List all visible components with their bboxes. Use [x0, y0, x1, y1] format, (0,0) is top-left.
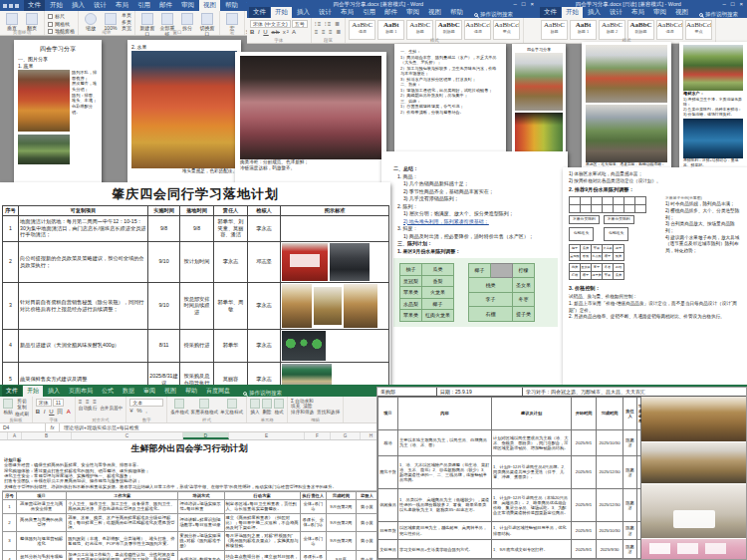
wrap-text-button[interactable]: 自动换行 — [79, 406, 97, 411]
style-item[interactable]: AaBt标题 1 — [377, 20, 404, 40]
format-as-table-button[interactable]: 套用表格格式 — [191, 399, 219, 415]
tab-layout[interactable]: 布局 — [627, 7, 648, 18]
tab-data[interactable]: 数据 — [119, 386, 138, 397]
tab-references[interactable]: 引用 — [133, 0, 154, 11]
copy-button[interactable]: 复制 — [15, 405, 29, 410]
align-buttons[interactable]: ≡ ≡ ≡ ≣ — [315, 28, 343, 35]
style-item[interactable]: AaBbCcD强调 — [464, 20, 491, 40]
tab-layout[interactable]: 布局 — [337, 7, 358, 18]
tab-view-active[interactable]: 视图 — [199, 0, 220, 11]
tab-file[interactable]: 文件 — [249, 7, 270, 18]
tab-home[interactable]: 开始 — [46, 0, 67, 11]
style-item[interactable]: AaBbCcD强调 — [656, 20, 683, 40]
tab-formulas[interactable]: 公式 — [98, 386, 118, 397]
paste-button[interactable]: 粘贴 — [3, 399, 13, 415]
tab-mailings[interactable]: 邮件 — [380, 7, 401, 18]
tab-file[interactable]: 文件 — [24, 0, 45, 11]
column-header[interactable]: F — [305, 432, 331, 439]
conditional-format-button[interactable]: 条件格式 — [170, 399, 188, 415]
font-name-select[interactable]: 宋体 (中文正文) — [250, 20, 291, 28]
name-box[interactable]: D4 — [0, 423, 46, 431]
cell-styles-button[interactable]: 单元格样式 — [220, 399, 243, 415]
tab-review[interactable]: 审阅 — [139, 386, 159, 397]
tab-home-active[interactable]: 开始 — [562, 7, 583, 18]
format-cells-button[interactable]: 格式 — [274, 399, 284, 415]
zoom-100-button[interactable]: 100% — [102, 13, 120, 32]
tab-insert[interactable]: 插入 — [68, 0, 89, 11]
tab-file[interactable]: 文件 — [2, 386, 22, 397]
tab-insert[interactable]: 插入 — [44, 386, 64, 397]
tab-view[interactable]: 视图 — [424, 7, 445, 18]
tab-insert[interactable]: 插入 — [293, 7, 314, 18]
style-item[interactable]: AaBbC标题 — [541, 20, 568, 40]
column-header[interactable]: C — [72, 432, 183, 439]
tab-design[interactable]: 设计 — [606, 7, 626, 18]
cut-button[interactable]: 剪切 — [15, 399, 29, 404]
delete-cells-button[interactable]: 删除 — [262, 399, 272, 415]
tab-design[interactable]: 设计 — [315, 7, 336, 18]
style-item[interactable]: AaBbC标题 2 — [599, 20, 625, 40]
style-item[interactable]: AaBbCcD要点 — [493, 20, 520, 40]
split-button[interactable]: 拆分 — [178, 13, 196, 32]
font-format-buttons[interactable]: B I U ab x² A — [250, 29, 297, 35]
tab-layout[interactable]: 布局 — [112, 0, 132, 11]
tab-review[interactable]: 审阅 — [402, 7, 423, 18]
gridlines-checkbox[interactable]: 网格线 — [48, 21, 70, 29]
tab-page-layout[interactable]: 页面布局 — [65, 386, 97, 397]
font-size-select[interactable]: 11 — [53, 399, 64, 407]
tell-me-search[interactable]: 操作说明搜索 — [474, 11, 513, 18]
tab-home-active[interactable]: 开始 — [271, 7, 292, 18]
font-size-select[interactable]: 五号 — [292, 20, 308, 28]
tab-insert[interactable]: 插入 — [584, 7, 605, 18]
tell-me-search[interactable]: 操作说明搜索 — [243, 390, 282, 397]
insert-cells-button[interactable]: 插入 — [250, 399, 260, 415]
one-page-button[interactable]: 单页 — [122, 13, 131, 19]
tab-mailings[interactable]: 邮件 — [155, 0, 176, 11]
column-header[interactable]: B — [22, 432, 72, 439]
tab-review[interactable]: 审阅 — [177, 0, 198, 11]
tab-view[interactable]: 视图 — [160, 386, 180, 397]
tab-home-active[interactable]: 开始 — [23, 386, 43, 397]
zoom-button[interactable]: 缩放 — [82, 13, 100, 32]
style-item[interactable]: AaBbC副标题 — [627, 20, 654, 40]
style-item[interactable]: AaBbC副标题 — [435, 20, 462, 40]
maximize-icon[interactable]: □ — [731, 1, 735, 7]
tab-review[interactable]: 审阅 — [649, 7, 670, 18]
column-header-selected[interactable]: D — [183, 432, 229, 439]
sort-filter-button[interactable]: 排序和筛选 — [291, 410, 314, 415]
column-header[interactable]: A — [8, 432, 22, 439]
ruler-checkbox[interactable]: 标尺 — [48, 13, 65, 21]
font-format-buttons[interactable]: B I U 田 A — [36, 408, 72, 417]
minimize-icon[interactable]: – — [514, 1, 517, 7]
list-buttons[interactable]: ⁝≡ ⁝≡ ≣ — [315, 20, 341, 27]
quick-access-toolbar[interactable] — [0, 4, 22, 8]
tab-help[interactable]: 帮助 — [446, 7, 467, 18]
tell-me-search[interactable]: 操作说明搜索 — [699, 11, 738, 18]
tab-references[interactable]: 引用 — [359, 7, 379, 18]
style-item[interactable]: AaBbC强调 — [349, 20, 375, 40]
column-header[interactable]: E — [229, 432, 305, 439]
font-name-select[interactable]: 宋体 — [36, 399, 52, 407]
number-buttons[interactable]: ¥ % , — [129, 408, 148, 414]
outline-line-link[interactable]: 2) 地头堆头利用，陈列紧凑衔接基础； — [403, 218, 558, 226]
style-item[interactable]: AaBbC标题 — [406, 20, 433, 40]
undo-icon[interactable] — [9, 4, 13, 8]
tab-baidu-netdisk[interactable]: 百度网盘 — [202, 386, 234, 397]
tab-help[interactable]: 帮助 — [181, 386, 201, 397]
close-icon[interactable]: × — [530, 1, 534, 7]
tab-help[interactable]: 帮助 — [221, 0, 242, 11]
minimize-icon[interactable]: – — [723, 1, 726, 7]
find-select-button[interactable]: 查找和选择 — [317, 410, 340, 415]
vertical-button[interactable]: 垂直 — [3, 13, 21, 32]
tab-file[interactable]: 文件 — [540, 7, 561, 18]
style-item[interactable]: AaBbCcD要点 — [685, 20, 712, 40]
merge-center-button[interactable]: 合并后居中 — [100, 406, 123, 411]
column-header[interactable]: G — [331, 432, 361, 439]
side-to-side-button[interactable]: 翻页 — [23, 13, 41, 32]
maximize-icon[interactable]: □ — [522, 1, 526, 7]
style-item[interactable]: AaBt标题 1 — [570, 20, 597, 40]
macros-button[interactable]: 宏 — [223, 13, 241, 32]
select-all-corner[interactable] — [0, 432, 8, 439]
align-buttons[interactable]: ≡ ≡ ≡ — [79, 399, 98, 405]
close-icon[interactable]: × — [739, 1, 743, 7]
